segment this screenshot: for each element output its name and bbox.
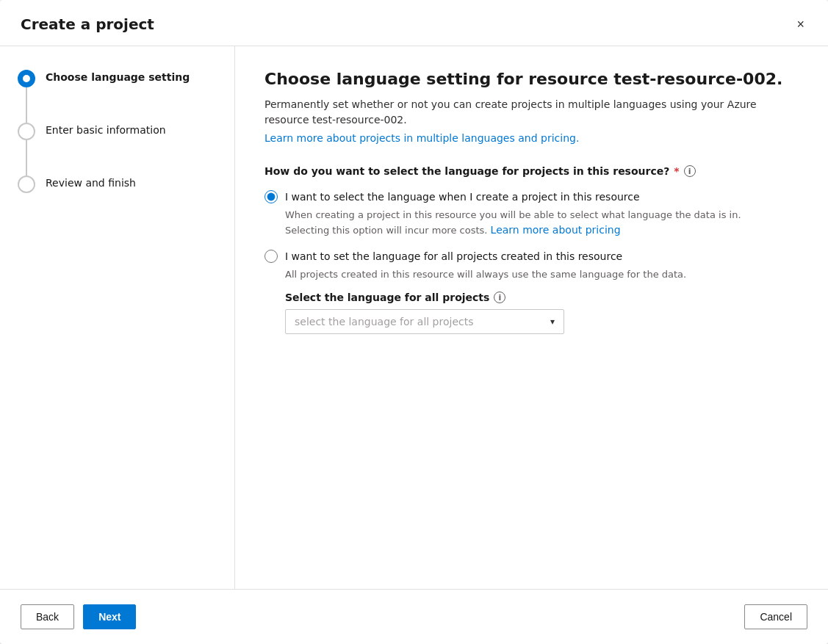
dialog-body: Choose language setting Enter basic info… [0,46,828,589]
language-dropdown[interactable]: select the language for all projects ▾ [285,309,564,334]
back-button[interactable]: Back [21,604,74,629]
sub-label-info-icon[interactable]: i [494,292,505,303]
radio-option-2: I want to set the language for all proje… [264,250,799,335]
radio-option-1: I want to select the language when I cre… [264,190,799,238]
create-project-dialog: Create a project × Choose language setti… [0,0,828,644]
main-content: Choose language setting for resource tes… [235,46,828,589]
step-1-circle [18,70,35,87]
question-info-icon[interactable]: i [684,165,696,177]
next-button[interactable]: Next [83,604,136,629]
sidebar-item-review[interactable]: Review and finish [18,176,217,193]
step-2-label: Enter basic information [46,123,166,136]
learn-more-pricing-link[interactable]: Learn more about pricing [491,224,621,236]
language-sub-section: Select the language for all projects i s… [285,292,799,334]
learn-more-link[interactable]: Learn more about projects in multiple la… [264,132,579,144]
radio-input-1[interactable] [264,190,278,203]
sidebar-item-basic-info[interactable]: Enter basic information [18,123,217,140]
radio-option-1-desc: When creating a project in this resource… [285,208,799,238]
dialog-footer: Back Next Cancel [0,589,828,644]
step-1-label: Choose language setting [46,70,190,83]
radio-option-2-text: I want to set the language for all proje… [285,250,622,262]
radio-group: I want to select the language when I cre… [264,190,799,346]
dialog-title: Create a project [21,15,154,33]
language-sub-label: Select the language for all projects i [285,292,799,303]
section-title: Choose language setting for resource tes… [264,70,799,88]
radio-option-1-text: I want to select the language when I cre… [285,191,640,203]
step-3-label: Review and finish [46,176,136,189]
step-connector-2 [26,140,27,176]
sidebar: Choose language setting Enter basic info… [0,46,235,589]
radio-input-2[interactable] [264,250,278,263]
question-label: How do you want to select the language f… [264,165,799,177]
required-marker: * [674,165,679,177]
radio-option-2-desc: All projects created in this resource wi… [285,267,799,282]
description-text: Permanently set whether or not you can c… [264,97,799,128]
sidebar-item-choose-language[interactable]: Choose language setting [18,70,217,87]
step-2-circle [18,123,35,140]
cancel-button[interactable]: Cancel [744,604,807,629]
radio-option-1-label[interactable]: I want to select the language when I cre… [264,190,799,203]
radio-option-2-label[interactable]: I want to set the language for all proje… [264,250,799,263]
dropdown-placeholder: select the language for all projects [295,316,474,328]
step-connector-1 [26,87,27,123]
step-3-circle [18,176,35,193]
chevron-down-icon: ▾ [550,316,555,327]
dialog-header: Create a project × [0,0,828,46]
close-button[interactable]: × [793,15,807,34]
